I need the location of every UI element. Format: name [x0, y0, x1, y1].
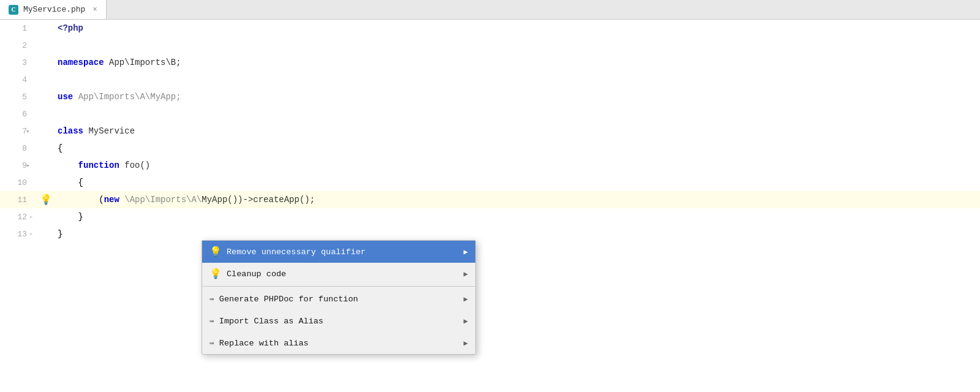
code-line: 13▹ }: [0, 225, 980, 243]
menu-item-cleanup-code[interactable]: 💡 Cleanup code ▶: [202, 263, 475, 285]
code-content[interactable]: class MyService: [55, 123, 980, 140]
code-line: 10 {: [0, 174, 980, 191]
code-line: 2: [0, 37, 980, 54]
code-content[interactable]: }: [55, 208, 980, 225]
wand-icon: ⇛: [209, 294, 214, 304]
line-number: 11: [0, 195, 37, 205]
menu-item-import-class[interactable]: ⇛ Import Class as Alias ▶: [202, 310, 475, 332]
code-line: 8 {: [0, 140, 980, 157]
editor-area: 1 <?php 2 3 namespace App\Imports\B; 4 5…: [0, 20, 980, 392]
tab-bar: C MyService.php ×: [0, 0, 980, 20]
line-number: 4: [0, 75, 37, 85]
code-line: 9▾ function foo(): [0, 157, 980, 174]
menu-item-replace-alias[interactable]: ⇛ Replace with alias ▶: [202, 332, 475, 354]
line-number: 3: [0, 58, 37, 67]
wand-icon: ⇛: [209, 338, 214, 348]
menu-item-generate-phpdoc[interactable]: ⇛ Generate PHPDoc for function ▶: [202, 288, 475, 310]
bulb-icon: 💡: [209, 246, 222, 258]
code-content[interactable]: function foo(): [55, 157, 980, 174]
line-number: 6: [0, 110, 37, 119]
line-number: 5: [0, 92, 37, 102]
submenu-arrow: ▶: [464, 247, 468, 257]
menu-item-remove-qualifier[interactable]: 💡 Remove unnecessary qualifier ▶: [202, 241, 475, 263]
menu-separator: [202, 286, 475, 287]
line-number: 7▾: [0, 127, 37, 136]
line-number: 9▾: [0, 161, 37, 170]
bulb-icon: 💡: [209, 268, 222, 280]
tab-close-button[interactable]: ×: [92, 6, 97, 14]
submenu-arrow: ▶: [464, 339, 468, 348]
gutter-bulb[interactable]: 💡: [37, 194, 55, 206]
menu-item-label: Generate PHPDoc for function: [219, 295, 459, 304]
code-content[interactable]: }: [55, 225, 980, 243]
menu-item-label: Replace with alias: [219, 339, 459, 348]
context-menu: 💡 Remove unnecessary qualifier ▶ 💡 Clean…: [202, 240, 476, 355]
code-line-highlighted: 11 💡 (new \App\Imports\A\MyApp())->creat…: [0, 191, 980, 208]
code-line: 1 <?php: [0, 20, 980, 37]
code-line: 7▾ class MyService: [0, 123, 980, 140]
code-content[interactable]: namespace App\Imports\B;: [55, 54, 980, 71]
file-tab-label: MyService.php: [23, 5, 85, 14]
code-content[interactable]: use App\Imports\A\MyApp;: [55, 88, 980, 105]
code-line: 12▹ }: [0, 208, 980, 225]
line-number: 12▹: [0, 213, 37, 222]
wand-icon: ⇛: [209, 316, 214, 326]
line-number: 10: [0, 178, 37, 187]
file-tab[interactable]: C MyService.php ×: [0, 0, 107, 19]
submenu-arrow: ▶: [464, 270, 468, 279]
code-line: 5 use App\Imports\A\MyApp;: [0, 88, 980, 105]
line-number: 1: [0, 24, 37, 33]
menu-item-label: Cleanup code: [227, 270, 459, 279]
code-content[interactable]: (new \App\Imports\A\MyApp())->createApp(…: [55, 191, 980, 208]
code-area: 1 <?php 2 3 namespace App\Imports\B; 4 5…: [0, 20, 980, 392]
file-tab-icon: C: [9, 5, 18, 15]
code-content[interactable]: {: [55, 140, 980, 157]
menu-item-label: Import Class as Alias: [219, 317, 459, 326]
line-number: 13▹: [0, 230, 37, 239]
submenu-arrow: ▶: [464, 317, 468, 326]
line-number: 8: [0, 144, 37, 153]
code-content[interactable]: <?php: [55, 20, 980, 37]
code-content[interactable]: {: [55, 174, 980, 191]
code-line: 3 namespace App\Imports\B;: [0, 54, 980, 71]
submenu-arrow: ▶: [464, 295, 468, 304]
code-line: 6: [0, 105, 980, 123]
menu-item-label: Remove unnecessary qualifier: [227, 247, 459, 257]
line-number: 2: [0, 41, 37, 50]
code-line: 4: [0, 71, 980, 88]
